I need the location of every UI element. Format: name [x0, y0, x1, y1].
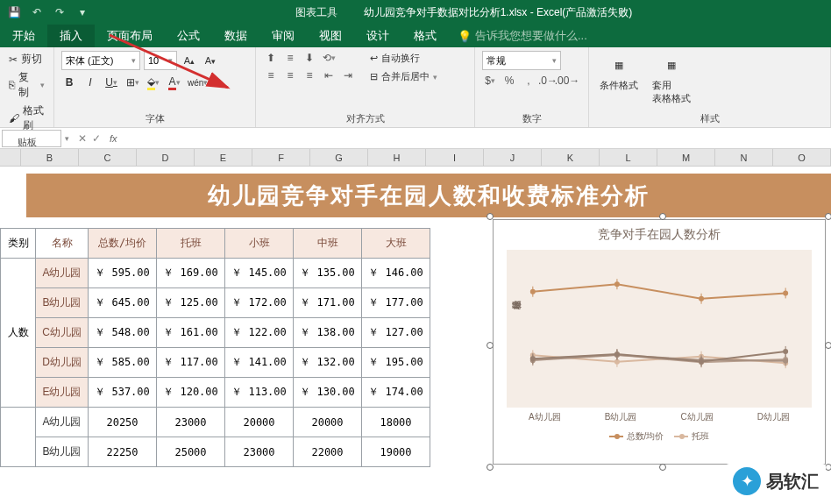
chart-plot-area[interactable]: 坐标轴标题 — [507, 250, 812, 408]
cell[interactable]: 20250 — [89, 408, 157, 437]
redo-icon[interactable]: ↷ — [53, 5, 67, 19]
number-format-select[interactable]: 常规▾ — [482, 51, 561, 70]
table-format-button[interactable]: ▦ 套用 表格格式 — [649, 51, 694, 107]
header-c4[interactable]: 大班 — [362, 229, 430, 259]
formula-input[interactable] — [121, 130, 831, 147]
percent-button[interactable]: % — [501, 74, 517, 88]
cell[interactable]: ￥ 548.00 — [89, 318, 157, 348]
align-middle-button[interactable]: ≡ — [282, 51, 298, 65]
cell[interactable]: ￥ 113.00 — [225, 378, 294, 408]
phonetic-button[interactable]: wén▾ — [188, 74, 208, 91]
row-name[interactable]: A幼儿园 — [36, 259, 89, 288]
cell[interactable]: ￥ 122.00 — [225, 318, 294, 348]
cell[interactable]: ￥ 585.00 — [89, 348, 157, 378]
cell[interactable]: ￥ 177.00 — [362, 288, 430, 318]
tab-page-layout[interactable]: 页面布局 — [95, 25, 165, 47]
row-name[interactable]: A幼儿园 — [36, 408, 89, 437]
align-center-button[interactable]: ≡ — [282, 68, 298, 82]
fill-color-button[interactable]: ⬙▾ — [146, 74, 161, 91]
undo-icon[interactable]: ↶ — [30, 5, 44, 19]
font-size-select[interactable]: 10▾ — [144, 51, 177, 70]
cell[interactable]: 22000 — [294, 437, 362, 467]
row-name[interactable]: B幼儿园 — [36, 288, 89, 318]
header-c2[interactable]: 小班 — [225, 229, 294, 259]
col-header[interactable]: J — [484, 149, 542, 166]
cell[interactable]: ￥ 132.00 — [294, 348, 362, 378]
decrease-decimal-button[interactable]: .00→ — [559, 74, 575, 88]
cell[interactable]: ￥ 161.00 — [157, 318, 225, 348]
tab-data[interactable]: 数据 — [212, 25, 259, 47]
merge-center-button[interactable]: ⊟合并后居中▾ — [366, 69, 441, 84]
cell[interactable]: ￥ 117.00 — [157, 348, 225, 378]
conditional-format-button[interactable]: ▦ 条件格式 — [596, 51, 642, 94]
comma-button[interactable]: , — [521, 74, 536, 88]
row-name[interactable]: D幼儿园 — [36, 348, 89, 378]
col-header[interactable]: K — [542, 149, 600, 166]
col-header[interactable]: G — [310, 149, 368, 166]
col-header[interactable]: H — [368, 149, 426, 166]
tab-formula[interactable]: 公式 — [165, 25, 212, 47]
cell[interactable]: ￥ 169.00 — [157, 259, 225, 288]
header-category[interactable]: 类别 — [1, 229, 36, 259]
tab-review[interactable]: 审阅 — [259, 25, 307, 47]
wrap-text-button[interactable]: ↩自动换行 — [366, 51, 441, 66]
cell[interactable]: ￥ 645.00 — [89, 288, 157, 318]
cell[interactable]: 20000 — [225, 408, 294, 437]
tab-format[interactable]: 格式 — [401, 25, 449, 47]
header-name[interactable]: 名称 — [36, 229, 89, 259]
header-c3[interactable]: 中班 — [294, 229, 362, 259]
row-name[interactable]: B幼儿园 — [36, 437, 89, 467]
col-header[interactable]: D — [137, 149, 195, 166]
increase-indent-button[interactable]: ⇥ — [340, 68, 356, 82]
cell[interactable]: 22250 — [89, 437, 157, 467]
cell[interactable]: ￥ 195.00 — [362, 348, 430, 378]
align-left-button[interactable]: ≡ — [263, 68, 279, 82]
col-header[interactable]: O — [773, 149, 831, 166]
tell-me-search[interactable]: 💡 告诉我您想要做什么... — [449, 25, 831, 47]
name-box[interactable] — [2, 130, 61, 147]
cell[interactable]: ￥ 537.00 — [89, 378, 157, 408]
col-header[interactable]: B — [21, 149, 79, 166]
decrease-indent-button[interactable]: ⇤ — [321, 68, 337, 82]
accounting-format-button[interactable]: $▾ — [482, 74, 498, 88]
col-header[interactable]: C — [79, 149, 137, 166]
cell[interactable]: ￥ 135.00 — [294, 259, 362, 288]
fx-icon[interactable]: fx — [106, 133, 121, 144]
cell[interactable]: ￥ 127.00 — [362, 318, 430, 348]
row-name[interactable]: C幼儿园 — [36, 318, 89, 348]
cell[interactable]: 23000 — [157, 408, 225, 437]
cell[interactable]: 18000 — [362, 408, 430, 437]
col-header[interactable]: F — [252, 149, 310, 166]
header-c1[interactable]: 托班 — [157, 229, 225, 259]
font-color-button[interactable]: A▾ — [167, 74, 182, 91]
col-header[interactable]: N — [715, 149, 773, 166]
cell[interactable]: ￥ 130.00 — [294, 378, 362, 408]
cell[interactable]: ￥ 141.00 — [225, 348, 294, 378]
cell[interactable]: 25000 — [157, 437, 225, 467]
save-icon[interactable]: 💾 — [7, 5, 21, 19]
enter-icon[interactable]: ✓ — [92, 132, 101, 145]
cell[interactable]: 20000 — [294, 408, 362, 437]
cell[interactable]: ￥ 172.00 — [225, 288, 294, 318]
header-total[interactable]: 总数/均价 — [89, 229, 157, 259]
tab-insert[interactable]: 插入 — [47, 25, 95, 47]
decrease-font-icon[interactable]: A▾ — [202, 52, 219, 69]
chart-title[interactable]: 竞争对手在园人数分析 — [494, 220, 825, 250]
tab-design[interactable]: 设计 — [354, 25, 401, 47]
cell[interactable]: ￥ 146.00 — [362, 259, 430, 288]
chart-object[interactable]: 竞争对手在园人数分析 坐标轴标题 A幼儿园 B幼儿园 C幼儿园 D幼儿园 总数/… — [493, 219, 826, 465]
bold-button[interactable]: B — [61, 74, 77, 91]
underline-button[interactable]: U ▾ — [103, 74, 119, 91]
tab-start[interactable]: 开始 — [0, 25, 47, 47]
increase-decimal-button[interactable]: .0→ — [540, 74, 556, 88]
cell[interactable]: ￥ 171.00 — [294, 288, 362, 318]
cell[interactable]: 23000 — [225, 437, 294, 467]
col-header[interactable]: I — [426, 149, 484, 166]
align-bottom-button[interactable]: ⬇ — [302, 51, 317, 65]
border-button[interactable]: ⊞▾ — [124, 74, 140, 91]
select-all-corner[interactable] — [0, 149, 21, 166]
font-name-select[interactable]: 宋体 (正文)▾ — [61, 51, 140, 70]
col-header[interactable]: L — [600, 149, 657, 166]
cell[interactable]: ￥ 595.00 — [89, 259, 157, 288]
category-cell[interactable] — [1, 408, 36, 467]
